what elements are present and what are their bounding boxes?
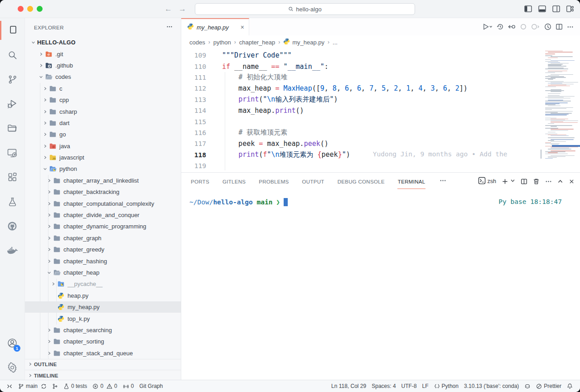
tree-item-go[interactable]: go	[25, 129, 181, 140]
breadcrumb-item[interactable]: my_heap.py	[283, 38, 324, 46]
more-actions-icon[interactable]	[567, 24, 574, 30]
tab-close-icon[interactable]: ×	[241, 24, 244, 31]
status-0[interactable]: 0	[120, 383, 137, 389]
activity-testing-icon[interactable]	[0, 189, 24, 214]
tree-item-codes[interactable]: codes	[25, 71, 181, 82]
tree-item-chapter-greedy[interactable]: chapter_greedy	[25, 244, 181, 255]
status-main[interactable]: main	[15, 383, 49, 389]
panel-more-tabs-icon[interactable]	[440, 177, 446, 186]
status-spaces-4[interactable]: Spaces: 4	[369, 383, 398, 389]
tree-item-csharp[interactable]: csharp	[25, 106, 181, 117]
command-center-search[interactable]: hello-algo	[195, 3, 415, 15]
dropdown-chevron-icon[interactable]	[510, 178, 515, 184]
activity-search-icon[interactable]	[0, 43, 24, 67]
terminal[interactable]: ~/Dow/hello-algo main❯ Py base 18:18:47	[181, 190, 580, 380]
section-outline[interactable]: OUTLINE	[25, 359, 181, 370]
breadcrumb-item[interactable]: chapter_heap	[239, 39, 276, 46]
tree-item-dart[interactable]: dart	[25, 117, 181, 129]
next-change-icon[interactable]	[531, 23, 540, 30]
activity-source-control-icon[interactable]	[0, 67, 24, 92]
previous-change-icon[interactable]	[520, 23, 527, 30]
panel-more-actions-icon[interactable]	[545, 178, 552, 185]
tree-item-chapter-sorting[interactable]: chapter_sorting	[25, 336, 181, 347]
activity-accounts-icon[interactable]: 1	[0, 331, 24, 355]
tree-item-chapter-hashing[interactable]: chapter_hashing	[25, 255, 181, 266]
breadcrumb-item[interactable]: ...	[333, 39, 338, 46]
tree-item-chapter-heap[interactable]: chapter_heap	[25, 267, 181, 278]
tree-item-top-k-py[interactable]: top_k.py	[25, 313, 181, 324]
activity-explorer-icon[interactable]	[0, 18, 24, 43]
customize-layout-icon[interactable]	[566, 5, 574, 12]
tree-item-chapter-divide-and-conquer[interactable]: chapter_divide_and_conquer	[25, 209, 181, 221]
section-timeline[interactable]: TIMELINE	[25, 370, 181, 382]
minimize-window-button[interactable]	[27, 6, 33, 12]
panel-tab-terminal[interactable]: TERMINAL	[397, 174, 426, 189]
status-gitlens-branch-icon[interactable]	[49, 383, 61, 389]
tree-item-chapter-computational-complexity[interactable]: chapter_computational_complexity	[25, 198, 181, 209]
status-0-tests[interactable]: 0 tests	[61, 383, 90, 389]
status-copilot-icon[interactable]	[522, 383, 533, 389]
tree-item-chapter-array-and-linkedlist[interactable]: chapter_array_and_linkedlist	[25, 175, 181, 186]
status-0[interactable]: 00	[90, 383, 120, 389]
tree-item-python[interactable]: python	[25, 163, 181, 174]
forward-icon[interactable]: →	[179, 5, 186, 14]
status-utf-8[interactable]: UTF-8	[399, 383, 420, 389]
activity-project-folder-icon[interactable]	[0, 116, 24, 140]
explorer-more-actions-icon[interactable]	[166, 24, 173, 32]
tree-item-javascript[interactable]: JSjavascript	[25, 152, 181, 163]
code-editor[interactable]: 109"""Driver Code"""110if __name__ == "_…	[181, 49, 580, 172]
activity-remote-explorer-icon[interactable]	[0, 140, 24, 165]
status-ln-118-col-29[interactable]: Ln 118, Col 29	[329, 383, 369, 389]
tree-item-chapter-dynamic-programming[interactable]: chapter_dynamic_programming	[25, 221, 181, 232]
terminal-instance-zsh[interactable]: zsh	[478, 177, 496, 186]
gitlens-icon[interactable]	[544, 23, 551, 30]
panel-tab-problems[interactable]: PROBLEMS	[258, 174, 289, 189]
tree-item-java[interactable]: java	[25, 140, 181, 152]
tab-my-heap[interactable]: my_heap.py ×	[181, 18, 249, 35]
toggle-secondary-sidebar-icon[interactable]	[552, 5, 560, 12]
panel-tab-debug-console[interactable]: DEBUG CONSOLE	[337, 174, 385, 189]
panel-tab-ports[interactable]: PORTS	[190, 174, 210, 189]
open-changes-icon[interactable]	[508, 23, 516, 30]
breadcrumb-item[interactable]: python	[213, 39, 231, 46]
status-prettier[interactable]: Prettier	[533, 383, 564, 389]
close-panel-icon[interactable]	[569, 179, 575, 184]
tree-item-chapter-backtracking[interactable]: chapter_backtracking	[25, 186, 181, 198]
status-3-10-13-base-conda[interactable]: 3.10.13 ('base': conda)	[461, 383, 522, 389]
tree-item-cpp[interactable]: cpp	[25, 94, 181, 106]
tree-item-my-heap-py[interactable]: my_heap.py	[25, 301, 181, 313]
timeline-history-icon[interactable]	[497, 23, 504, 30]
status-git-graph[interactable]: Git Graph	[136, 383, 165, 389]
close-window-button[interactable]	[18, 6, 24, 12]
status-bell-icon[interactable]	[564, 383, 575, 389]
zoom-window-button[interactable]	[37, 6, 43, 12]
status-remote-icon[interactable]	[4, 383, 15, 389]
split-terminal-icon[interactable]	[521, 178, 527, 185]
status-lf[interactable]: LF	[420, 383, 431, 389]
activity-run-and-debug-icon[interactable]	[0, 92, 24, 116]
toggle-primary-sidebar-icon[interactable]	[524, 5, 532, 12]
tree-item-chapter-graph[interactable]: chapter_graph	[25, 232, 181, 244]
tree-item-chapter-searching[interactable]: chapter_searching	[25, 324, 181, 336]
run-button-icon[interactable]	[482, 23, 493, 30]
activity-github-icon[interactable]	[0, 214, 24, 238]
tree-item--pycache-[interactable]: __pycache__	[25, 278, 181, 290]
tree-item-c[interactable]: c	[25, 83, 181, 94]
tree-item--github[interactable]: .github	[25, 60, 181, 71]
tree-item--git[interactable]: .git	[25, 48, 181, 59]
breadcrumb-item[interactable]: codes	[189, 39, 205, 46]
status-python[interactable]: Python	[431, 383, 461, 389]
minimap[interactable]	[541, 49, 580, 160]
panel-tab-output[interactable]: OUTPUT	[302, 174, 325, 189]
kill-terminal-icon[interactable]	[533, 178, 540, 185]
tree-item-heap-py[interactable]: heap.py	[25, 290, 181, 301]
tree-item-chapter-stack-and-queue[interactable]: chapter_stack_and_queue	[25, 348, 181, 359]
maximize-panel-icon[interactable]	[557, 179, 563, 184]
tree-root-hello-algo[interactable]: HELLO-ALGO	[25, 37, 181, 48]
back-icon[interactable]: ←	[164, 5, 172, 14]
activity-extensions-icon[interactable]	[0, 165, 24, 189]
new-terminal-icon[interactable]	[502, 178, 515, 185]
panel-tab-gitlens[interactable]: GITLENS	[222, 174, 246, 189]
toggle-panel-icon[interactable]	[538, 5, 546, 12]
activity-docker-icon[interactable]	[0, 238, 24, 263]
